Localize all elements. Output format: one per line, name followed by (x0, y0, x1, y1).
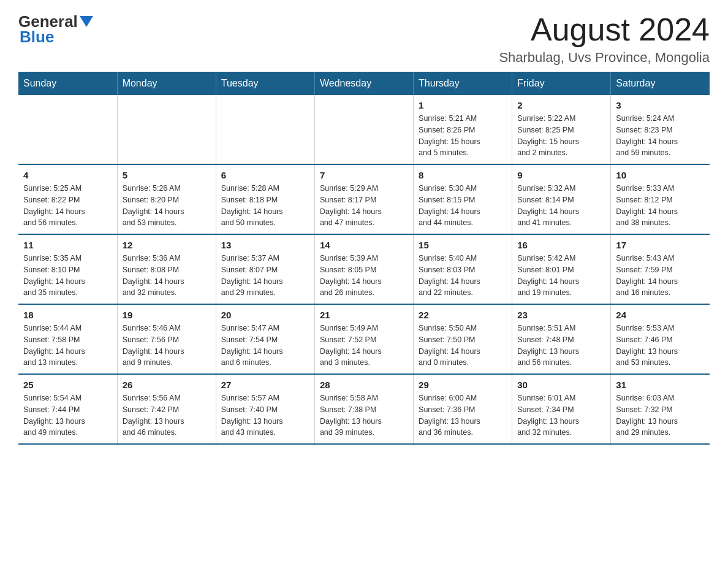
day-info: Sunrise: 5:44 AM Sunset: 7:58 PM Dayligh… (23, 323, 112, 369)
day-number: 18 (23, 310, 112, 320)
day-info: Sunrise: 6:03 AM Sunset: 7:32 PM Dayligh… (616, 393, 705, 439)
day-number: 9 (517, 170, 605, 180)
weekday-header-tuesday: Tuesday (216, 72, 314, 95)
day-info: Sunrise: 5:40 AM Sunset: 8:03 PM Dayligh… (419, 253, 507, 299)
weekday-header-sunday: Sunday (18, 72, 117, 95)
day-number: 7 (320, 170, 408, 180)
day-number: 12 (123, 240, 211, 250)
calendar-cell: 17Sunrise: 5:43 AM Sunset: 7:59 PM Dayli… (611, 234, 710, 304)
calendar-cell: 24Sunrise: 5:53 AM Sunset: 7:46 PM Dayli… (611, 304, 710, 374)
calendar-body: 1Sunrise: 5:21 AM Sunset: 8:26 PM Daylig… (18, 95, 710, 444)
calendar-cell: 11Sunrise: 5:35 AM Sunset: 8:10 PM Dayli… (18, 234, 117, 304)
day-info: Sunrise: 6:00 AM Sunset: 7:36 PM Dayligh… (419, 393, 507, 439)
calendar-cell: 29Sunrise: 6:00 AM Sunset: 7:36 PM Dayli… (414, 374, 512, 444)
svg-marker-0 (80, 16, 93, 27)
calendar-cell: 18Sunrise: 5:44 AM Sunset: 7:58 PM Dayli… (18, 304, 117, 374)
page-header: General Blue August 2024 Sharbulag, Uvs … (18, 12, 710, 66)
calendar-cell: 25Sunrise: 5:54 AM Sunset: 7:44 PM Dayli… (18, 374, 117, 444)
calendar-table: SundayMondayTuesdayWednesdayThursdayFrid… (18, 72, 710, 445)
day-number: 22 (419, 310, 507, 320)
day-number: 24 (616, 310, 705, 320)
calendar-cell: 16Sunrise: 5:42 AM Sunset: 8:01 PM Dayli… (512, 234, 611, 304)
day-number: 11 (23, 240, 112, 250)
calendar-cell: 15Sunrise: 5:40 AM Sunset: 8:03 PM Dayli… (414, 234, 512, 304)
calendar-week-1: 1Sunrise: 5:21 AM Sunset: 8:26 PM Daylig… (18, 95, 710, 164)
day-number: 6 (221, 170, 309, 180)
calendar-cell: 23Sunrise: 5:51 AM Sunset: 7:48 PM Dayli… (512, 304, 611, 374)
day-info: Sunrise: 5:29 AM Sunset: 8:17 PM Dayligh… (320, 183, 408, 229)
day-info: Sunrise: 5:24 AM Sunset: 8:23 PM Dayligh… (616, 113, 705, 159)
day-info: Sunrise: 5:50 AM Sunset: 7:50 PM Dayligh… (419, 323, 507, 369)
day-info: Sunrise: 5:39 AM Sunset: 8:05 PM Dayligh… (320, 253, 408, 299)
calendar-cell: 20Sunrise: 5:47 AM Sunset: 7:54 PM Dayli… (216, 304, 314, 374)
day-info: Sunrise: 5:47 AM Sunset: 7:54 PM Dayligh… (221, 323, 309, 369)
calendar-cell: 6Sunrise: 5:28 AM Sunset: 8:18 PM Daylig… (216, 164, 314, 234)
day-info: Sunrise: 5:26 AM Sunset: 8:20 PM Dayligh… (123, 183, 211, 229)
day-info: Sunrise: 5:43 AM Sunset: 7:59 PM Dayligh… (616, 253, 705, 299)
day-number: 8 (419, 170, 507, 180)
logo-triangle-icon (80, 16, 93, 27)
day-number: 31 (616, 380, 705, 390)
day-number: 5 (123, 170, 211, 180)
calendar-cell: 27Sunrise: 5:57 AM Sunset: 7:40 PM Dayli… (216, 374, 314, 444)
day-info: Sunrise: 5:56 AM Sunset: 7:42 PM Dayligh… (123, 393, 211, 439)
day-number: 19 (123, 310, 211, 320)
weekday-header-thursday: Thursday (414, 72, 512, 95)
day-number: 1 (419, 100, 507, 110)
day-info: Sunrise: 5:33 AM Sunset: 8:12 PM Dayligh… (616, 183, 705, 229)
day-number: 15 (419, 240, 507, 250)
day-number: 2 (517, 100, 605, 110)
calendar-cell: 1Sunrise: 5:21 AM Sunset: 8:26 PM Daylig… (414, 95, 512, 164)
title-section: August 2024 Sharbulag, Uvs Province, Mon… (499, 12, 710, 66)
calendar-cell: 5Sunrise: 5:26 AM Sunset: 8:20 PM Daylig… (117, 164, 216, 234)
logo-blue: Blue (20, 28, 54, 47)
calendar-cell: 10Sunrise: 5:33 AM Sunset: 8:12 PM Dayli… (611, 164, 710, 234)
calendar-cell: 30Sunrise: 6:01 AM Sunset: 7:34 PM Dayli… (512, 374, 611, 444)
day-number: 29 (419, 380, 507, 390)
day-info: Sunrise: 5:32 AM Sunset: 8:14 PM Dayligh… (517, 183, 605, 229)
calendar-cell: 31Sunrise: 6:03 AM Sunset: 7:32 PM Dayli… (611, 374, 710, 444)
day-info: Sunrise: 5:54 AM Sunset: 7:44 PM Dayligh… (23, 393, 112, 439)
weekday-header-wednesday: Wednesday (314, 72, 413, 95)
day-number: 23 (517, 310, 605, 320)
day-info: Sunrise: 5:49 AM Sunset: 7:52 PM Dayligh… (320, 323, 408, 369)
calendar-cell: 21Sunrise: 5:49 AM Sunset: 7:52 PM Dayli… (314, 304, 413, 374)
day-info: Sunrise: 5:58 AM Sunset: 7:38 PM Dayligh… (320, 393, 408, 439)
calendar-cell: 14Sunrise: 5:39 AM Sunset: 8:05 PM Dayli… (314, 234, 413, 304)
day-number: 4 (23, 170, 112, 180)
calendar-cell: 26Sunrise: 5:56 AM Sunset: 7:42 PM Dayli… (117, 374, 216, 444)
calendar-week-5: 25Sunrise: 5:54 AM Sunset: 7:44 PM Dayli… (18, 374, 710, 444)
day-number: 16 (517, 240, 605, 250)
calendar-header: SundayMondayTuesdayWednesdayThursdayFrid… (18, 72, 710, 95)
calendar-week-2: 4Sunrise: 5:25 AM Sunset: 8:22 PM Daylig… (18, 164, 710, 234)
calendar-cell: 13Sunrise: 5:37 AM Sunset: 8:07 PM Dayli… (216, 234, 314, 304)
day-info: Sunrise: 5:36 AM Sunset: 8:08 PM Dayligh… (123, 253, 211, 299)
day-number: 27 (221, 380, 309, 390)
calendar-cell: 2Sunrise: 5:22 AM Sunset: 8:25 PM Daylig… (512, 95, 611, 164)
day-info: Sunrise: 5:22 AM Sunset: 8:25 PM Dayligh… (517, 113, 605, 159)
day-info: Sunrise: 5:30 AM Sunset: 8:15 PM Dayligh… (419, 183, 507, 229)
location-subtitle: Sharbulag, Uvs Province, Mongolia (499, 50, 710, 66)
logo: General Blue (18, 12, 93, 47)
day-info: Sunrise: 5:46 AM Sunset: 7:56 PM Dayligh… (123, 323, 211, 369)
day-info: Sunrise: 5:21 AM Sunset: 8:26 PM Dayligh… (419, 113, 507, 159)
day-number: 13 (221, 240, 309, 250)
day-info: Sunrise: 5:51 AM Sunset: 7:48 PM Dayligh… (517, 323, 605, 369)
day-number: 3 (616, 100, 705, 110)
day-number: 17 (616, 240, 705, 250)
day-number: 30 (517, 380, 605, 390)
calendar-cell: 9Sunrise: 5:32 AM Sunset: 8:14 PM Daylig… (512, 164, 611, 234)
day-number: 10 (616, 170, 705, 180)
day-info: Sunrise: 5:28 AM Sunset: 8:18 PM Dayligh… (221, 183, 309, 229)
weekday-header-friday: Friday (512, 72, 611, 95)
calendar-cell: 7Sunrise: 5:29 AM Sunset: 8:17 PM Daylig… (314, 164, 413, 234)
calendar-cell: 19Sunrise: 5:46 AM Sunset: 7:56 PM Dayli… (117, 304, 216, 374)
day-number: 25 (23, 380, 112, 390)
calendar-cell: 3Sunrise: 5:24 AM Sunset: 8:23 PM Daylig… (611, 95, 710, 164)
calendar-week-3: 11Sunrise: 5:35 AM Sunset: 8:10 PM Dayli… (18, 234, 710, 304)
day-info: Sunrise: 5:57 AM Sunset: 7:40 PM Dayligh… (221, 393, 309, 439)
calendar-week-4: 18Sunrise: 5:44 AM Sunset: 7:58 PM Dayli… (18, 304, 710, 374)
weekday-header-row: SundayMondayTuesdayWednesdayThursdayFrid… (18, 72, 710, 95)
day-info: Sunrise: 6:01 AM Sunset: 7:34 PM Dayligh… (517, 393, 605, 439)
day-info: Sunrise: 5:42 AM Sunset: 8:01 PM Dayligh… (517, 253, 605, 299)
